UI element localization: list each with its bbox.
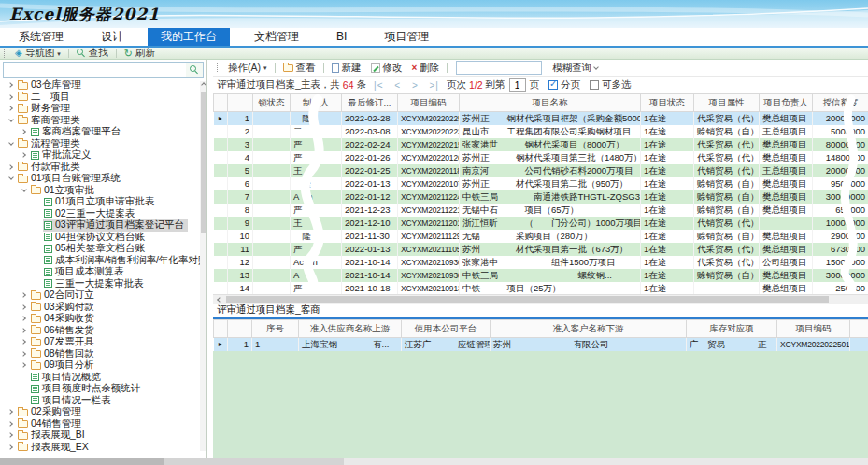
column-header[interactable]: 项目名称 xyxy=(460,94,641,112)
tree-item[interactable]: 报表展现_BI xyxy=(0,430,206,442)
expand-icon[interactable] xyxy=(19,130,30,134)
table-row[interactable]: 10 隆2021-11-30XCYXM2021112901无锡 采购项目（280… xyxy=(214,230,868,243)
sidebar-scrollbar[interactable] xyxy=(200,81,206,451)
quick-filter-input[interactable] xyxy=(456,61,542,75)
row-marker-header[interactable] xyxy=(228,94,253,112)
expand-icon[interactable] xyxy=(6,83,17,87)
column-header[interactable]: 授信额度 xyxy=(813,94,868,112)
table-row[interactable]: 4严 2022-01-26XCYXM2022012601苏州正 钢材代采项目第三… xyxy=(214,151,868,164)
table-row[interactable]: 12Ac n2021-10-14XCYXM2021093002张家港中 组件15… xyxy=(214,256,868,269)
table-row[interactable]: 9王 2021-12-10XCYXM20211201浙江恒昕 （ 门分公司）10… xyxy=(214,217,868,230)
tree-item[interactable]: 审批流定义 xyxy=(0,149,206,162)
tree-item[interactable]: 财务管理 xyxy=(0,103,206,115)
expand-icon[interactable] xyxy=(6,410,17,414)
collapse-icon[interactable] xyxy=(6,120,17,121)
tree-item[interactable]: 03采购付款 xyxy=(0,302,206,314)
next-page-button[interactable]: > xyxy=(412,80,419,91)
tree-item[interactable]: 三重一大提案审批表 xyxy=(0,278,206,290)
row-marker-header[interactable] xyxy=(214,94,228,112)
expand-icon[interactable] xyxy=(6,165,17,169)
tree-item[interactable]: 项目额度时点余额统计 xyxy=(0,383,206,395)
column-header[interactable]: 准入客户名称下游 xyxy=(491,320,687,338)
row-marker-header[interactable] xyxy=(850,320,868,338)
column-header[interactable]: 项目状态 xyxy=(641,94,694,112)
table-row[interactable]: 6 隆2022-01-13XCYXM2022010701苏州正 材代采项目第二批… xyxy=(214,177,868,190)
create-button[interactable]: 新建 xyxy=(327,62,366,74)
collapse-icon[interactable] xyxy=(19,190,30,191)
table-row[interactable]: 7A n2022-01-12XCYXM2021122401中铁三局 南通港铁路T… xyxy=(214,190,868,204)
scrollbar-thumb[interactable] xyxy=(201,92,206,232)
view-button[interactable]: 查看 xyxy=(278,62,320,74)
modify-button[interactable]: 修改 xyxy=(366,62,407,74)
expand-icon[interactable] xyxy=(19,293,30,297)
sidebar-search-input[interactable] xyxy=(4,63,186,77)
column-header[interactable]: 库存对应项 xyxy=(687,320,777,338)
expand-icon[interactable] xyxy=(6,95,17,99)
column-header[interactable]: 项目编码 xyxy=(398,94,460,112)
table-row[interactable]: 13A n2021-10-14XCYXM2021093001中铁三局 螺纹钢..… xyxy=(214,269,868,282)
tab-项目管理[interactable]: 项目管理 xyxy=(371,28,442,46)
table-row[interactable]: ▸11上海宝钢 有...江苏广 应链管理...苏州 有限公司广 贸易-- 正 .… xyxy=(214,338,868,352)
tree-item[interactable]: 01项目立项申请审批表 xyxy=(0,196,206,208)
main-grid-hscrollbar[interactable] xyxy=(213,294,868,304)
table-row[interactable]: ▸1 隆2022-02-28XCYXM2022022501苏州正 钢材代采项目框… xyxy=(214,112,868,126)
expand-icon[interactable] xyxy=(6,106,17,110)
collapse-icon[interactable] xyxy=(6,143,17,145)
refresh-button[interactable]: ↻ 刷新 xyxy=(120,48,160,60)
table-row[interactable]: 8严 2021-12-23XCYXM2021122101无锡中石 项目（65万）… xyxy=(214,204,868,217)
column-header[interactable]: 项目编码 xyxy=(777,320,850,338)
tab-设计[interactable]: 设计 xyxy=(88,28,136,46)
sidebar-search-button[interactable] xyxy=(186,63,203,78)
tree-item[interactable]: 02合同订立 xyxy=(0,289,206,302)
delete-button[interactable]: × 删除 xyxy=(407,62,445,74)
tree-item[interactable]: 02三重一大提案表 xyxy=(0,208,206,220)
column-header[interactable]: 最后修订... xyxy=(342,94,398,112)
table-row[interactable]: 2二 2022-03-08XCYXM2022022301昆山市 工程集团有限公司… xyxy=(214,125,868,138)
tree-item[interactable]: 02采购管理 xyxy=(0,406,206,418)
tree-item[interactable]: 流程管理类 xyxy=(0,138,206,150)
tree-item[interactable]: 客商档案管理平台 xyxy=(0,126,206,138)
tree-item[interactable]: 04销售管理 xyxy=(0,418,206,430)
bottom-scrollbar[interactable] xyxy=(0,458,868,465)
table-row[interactable]: 11严 2022-01-13XCYXM2021110501苏州 材代采项目第一批… xyxy=(214,243,868,256)
table-row[interactable]: 3严 2022-02-24XCYXM2022021501张家港世 钢材代采项目（… xyxy=(214,138,868,151)
tree-item[interactable]: 05相关签章文档台账 xyxy=(0,243,206,255)
tree-item[interactable]: 报表展现_EX xyxy=(0,442,206,454)
prev-page-button[interactable]: < xyxy=(394,80,401,91)
tree-item[interactable]: 06销售发货 xyxy=(0,325,206,337)
tree-item[interactable]: 09项目分析 xyxy=(0,359,206,372)
tree-item[interactable]: 04采购收货 xyxy=(0,313,206,325)
tree-item[interactable]: 成本利润率/销售利润率/年化率对照表 xyxy=(0,255,206,267)
column-header[interactable]: 项目负责人 xyxy=(760,94,813,112)
tree-item[interactable]: 客商管理类 xyxy=(0,115,206,127)
collapse-icon[interactable] xyxy=(6,177,17,179)
tab-系统管理[interactable]: 系统管理 xyxy=(6,28,77,46)
scroll-left-icon[interactable] xyxy=(213,295,225,304)
tree-item[interactable]: 项目情况一栏表 xyxy=(0,395,206,407)
expand-icon[interactable] xyxy=(6,422,17,426)
paging-checkbox[interactable] xyxy=(548,80,558,90)
tree-item[interactable]: 01项目台账管理系统 xyxy=(0,173,206,185)
expand-icon[interactable] xyxy=(19,352,30,356)
expand-icon[interactable] xyxy=(19,317,30,320)
expand-icon[interactable] xyxy=(19,305,30,309)
scrollbar-thumb[interactable] xyxy=(164,458,344,465)
goto-page-input[interactable] xyxy=(509,78,526,92)
column-header[interactable]: 使用本公司平台 xyxy=(402,320,491,338)
sub-table-tab[interactable]: 评审通过项目档案_客商 xyxy=(213,304,868,319)
first-page-button[interactable]: |< xyxy=(374,80,383,91)
operate-menu-button[interactable]: 操作(A) ▾ xyxy=(223,62,272,74)
find-button[interactable]: 查找 xyxy=(72,48,113,60)
table-row[interactable]: 5王 2022-01-25XCYXM20220118南京河 公司代销砂石料200… xyxy=(214,164,868,177)
tree-item[interactable]: 二 项目 xyxy=(0,92,206,104)
tab-BI[interactable]: BI xyxy=(323,28,360,46)
scroll-up-icon[interactable] xyxy=(200,81,206,90)
tree-item[interactable]: 08销售回款 xyxy=(0,348,206,360)
column-header[interactable]: 项目属性 xyxy=(694,94,760,112)
last-page-button[interactable]: >| xyxy=(430,80,439,91)
tab-文档管理[interactable]: 文档管理 xyxy=(241,28,312,46)
tree-item[interactable]: 07发票开具 xyxy=(0,336,206,348)
multiselect-checkbox[interactable] xyxy=(590,80,599,90)
tree-item[interactable]: 付款审批类 xyxy=(0,162,206,174)
column-header[interactable]: 序号 xyxy=(252,320,299,338)
